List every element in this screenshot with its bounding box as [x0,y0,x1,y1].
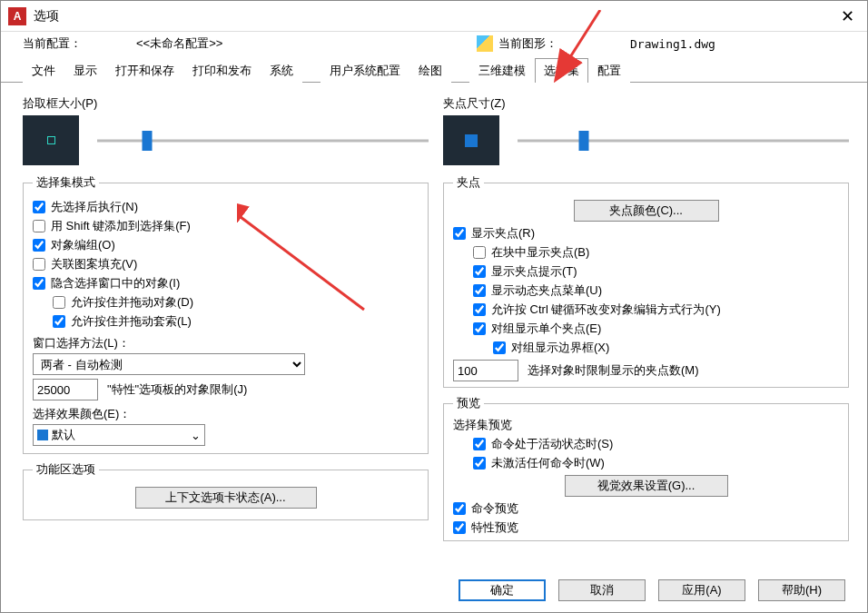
cb-active[interactable]: 命令处于活动状态时(S) [473,436,839,452]
gripcolor-button[interactable]: 夹点颜色(C)... [574,200,719,222]
tab-3[interactable]: 打印和发布 [183,58,261,83]
limit-label: "特性"选项板的对象限制(J) [107,381,247,398]
gripsize-slider[interactable] [518,131,849,151]
cb-implied[interactable]: 隐含选择窗口中的对象(I) [33,275,419,292]
grips-legend: 夹点 [453,174,484,191]
cb-showgrips[interactable]: 显示夹点(R) [453,225,839,242]
preview-legend: 预览 [453,395,484,411]
pickbox-slider[interactable] [97,131,429,151]
winmethod-select[interactable]: 两者 - 自动检测 [33,353,305,375]
cb-dragobj[interactable]: 允许按住并拖动对象(D) [53,294,419,311]
pickbox-label: 拾取框大小(P) [23,95,429,112]
griplimit-input[interactable] [453,360,518,381]
effcolor-select[interactable]: 默认⌄ [33,424,205,446]
app-icon: A [8,7,26,25]
profile-label: 当前配置： [23,35,82,52]
cb-ctrlcycle[interactable]: 允许按 Ctrl 键循环改变对象编辑方式行为(Y) [473,302,839,318]
window-title: 选项 [34,8,59,25]
tab-0[interactable]: 文件 [23,58,64,83]
tab-2[interactable]: 打开和保存 [106,58,183,83]
apply-button[interactable]: 应用(A) [658,579,745,601]
drawing-icon [477,35,493,52]
effcolor-label: 选择效果颜色(E)： [33,406,419,422]
drawing-value: Drawing1.dwg [630,37,715,51]
vfx-button[interactable]: 视觉效果设置(G)... [565,475,728,497]
limit-input[interactable] [33,379,98,400]
cb-blockgrips[interactable]: 在块中显示夹点(B) [473,244,839,261]
cb-noactive[interactable]: 未激活任何命令时(W) [473,455,839,471]
cb-shift[interactable]: 用 Shift 键添加到选择集(F) [33,218,419,234]
gripsize-preview [443,115,499,165]
tab-9[interactable]: 配置 [588,58,630,83]
cb-prepick[interactable]: 先选择后执行(N) [33,199,419,215]
color-swatch-icon [37,430,48,440]
drawing-label: 当前图形： [498,35,557,52]
tab-7[interactable]: 三维建模 [469,58,535,83]
pickbox-preview [23,115,79,165]
cb-proppreview[interactable]: 特性预览 [453,519,839,536]
cb-dyngrip[interactable]: 显示动态夹点菜单(U) [473,282,839,299]
cb-cmdpreview[interactable]: 命令预览 [453,500,839,517]
ok-button[interactable]: 确定 [459,579,546,601]
mode-legend: 选择集模式 [33,174,99,191]
ribbon-legend: 功能区选项 [33,461,99,478]
tab-4[interactable]: 系统 [261,58,302,83]
griplimit-label: 选择对象时限制显示的夹点数(M) [528,362,699,379]
profile-value: <<未命名配置>> [136,35,222,52]
cb-group[interactable]: 对象编组(O) [33,237,419,253]
preview-sub: 选择集预览 [453,417,839,433]
tab-1[interactable]: 显示 [64,58,106,83]
gripsize-label: 夹点尺寸(Z) [443,95,849,112]
cb-draglasso[interactable]: 允许按住并拖动套索(L) [53,313,419,330]
tab-bar: 文件显示打开和保存打印和发布系统用户系统配置绘图三维建模选择集配置 [1,57,867,82]
cb-groupsingle[interactable]: 对组显示单个夹点(E) [473,321,839,337]
cb-groupbbox[interactable]: 对组显示边界框(X) [493,340,839,356]
ribbon-context-button[interactable]: 上下文选项卡状态(A)... [135,487,317,509]
winmethod-label: 窗口选择方法(L)： [33,335,419,351]
close-button[interactable]: ✕ [835,6,860,26]
cb-hatch[interactable]: 关联图案填充(V) [33,256,419,272]
tab-5[interactable]: 用户系统配置 [321,58,409,83]
cb-griptips[interactable]: 显示夹点提示(T) [473,263,839,280]
tab-8[interactable]: 选择集 [535,58,588,83]
help-button[interactable]: 帮助(H) [758,579,845,601]
cancel-button[interactable]: 取消 [558,579,646,601]
tab-6[interactable]: 绘图 [409,58,451,83]
